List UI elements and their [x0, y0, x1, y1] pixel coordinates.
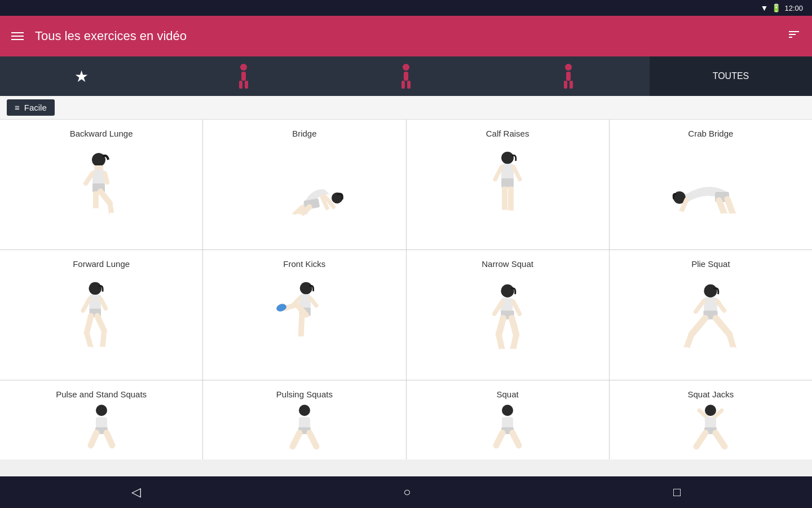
svg-point-0	[240, 64, 247, 71]
svg-point-4	[403, 64, 409, 71]
svg-rect-1	[241, 72, 246, 81]
svg-line-22	[105, 173, 107, 182]
tab-category-2[interactable]	[325, 56, 487, 96]
svg-point-106	[705, 405, 716, 416]
svg-rect-63	[298, 336, 305, 341]
svg-point-80	[704, 284, 717, 297]
status-time: 12:00	[784, 4, 803, 12]
svg-rect-35	[508, 186, 514, 211]
svg-point-28	[293, 214, 303, 220]
svg-line-99	[293, 433, 299, 446]
exercise-grid-wrapper: Backward Lunge	[0, 120, 812, 476]
exercise-figure	[210, 404, 399, 450]
exercise-figure	[616, 273, 805, 371]
exercise-name: Forward Lunge	[73, 259, 130, 269]
app-bar: Tous les exercices en vidéo	[0, 16, 812, 56]
battery-icon: 🔋	[771, 3, 781, 12]
status-bar: ▼ 🔋 12:00	[0, 0, 812, 16]
svg-point-56	[96, 347, 109, 353]
tab-all-label: TOUTES	[713, 71, 749, 81]
svg-line-39	[514, 167, 520, 179]
exercise-card-squat-jacks[interactable]: Squat Jacks	[610, 380, 812, 459]
exercise-card-squat[interactable]: Squat	[407, 380, 609, 459]
svg-line-21	[86, 173, 92, 183]
exercise-card-backward-lunge[interactable]: Backward Lunge	[0, 120, 202, 249]
svg-line-89	[696, 300, 704, 311]
svg-line-85	[716, 318, 730, 334]
exercise-figure	[7, 273, 196, 371]
exercise-figure	[616, 404, 805, 450]
exercise-card-narrow-squat[interactable]: Narrow Squat	[407, 250, 609, 380]
exercise-card-crab-bridge[interactable]: Crab Bridge	[610, 120, 812, 249]
svg-line-75	[513, 334, 517, 349]
tab-favorites[interactable]: ★	[0, 56, 162, 96]
svg-line-105	[513, 433, 519, 445]
star-icon: ★	[74, 67, 89, 86]
filter-button[interactable]	[787, 28, 801, 45]
exercise-card-bridge[interactable]: Bridge	[203, 120, 405, 249]
svg-rect-6	[401, 81, 405, 89]
exercise-name: Calf Raises	[486, 129, 529, 138]
exercise-figure	[413, 273, 602, 371]
svg-line-90	[717, 300, 725, 310]
svg-point-91	[96, 405, 107, 416]
app-bar-left: Tous les exercices en vidéo	[11, 29, 187, 43]
exercise-card-calf-raises[interactable]: Calf Raises	[407, 120, 609, 249]
exercise-name: Plie Squat	[691, 259, 730, 269]
svg-line-57	[83, 299, 89, 310]
svg-rect-5	[404, 72, 408, 81]
facile-label: Facile	[24, 103, 47, 112]
tab-category-1[interactable]	[162, 56, 325, 96]
home-button[interactable]: ○	[403, 485, 411, 500]
facile-badge[interactable]: ≡ Facile	[7, 99, 55, 116]
svg-point-45	[727, 213, 739, 219]
svg-line-58	[101, 299, 105, 308]
exercise-figure	[413, 143, 602, 240]
recents-button[interactable]: □	[673, 485, 681, 500]
svg-point-69	[501, 284, 514, 297]
svg-rect-17	[92, 208, 99, 214]
svg-point-31	[501, 151, 514, 164]
svg-line-55	[103, 331, 104, 348]
bottom-nav: ◁ ○ □	[0, 476, 812, 508]
svg-line-62	[301, 314, 302, 336]
back-button[interactable]: ◁	[131, 485, 141, 500]
exercise-card-forward-lunge[interactable]: Forward Lunge	[0, 250, 202, 380]
svg-line-68	[311, 298, 316, 305]
svg-point-53	[83, 347, 96, 353]
svg-point-48	[89, 282, 102, 295]
list-icon: ≡	[15, 103, 20, 112]
svg-line-42	[719, 200, 725, 214]
menu-button[interactable]	[11, 32, 24, 40]
svg-point-59	[300, 282, 312, 294]
svg-line-104	[496, 433, 502, 445]
exercise-figure	[7, 143, 196, 240]
svg-rect-37	[507, 210, 514, 214]
svg-rect-36	[501, 209, 508, 214]
svg-rect-49	[89, 295, 101, 310]
exercise-name: Crab Bridge	[688, 129, 733, 138]
svg-line-95	[107, 433, 112, 445]
svg-line-38	[495, 167, 501, 179]
svg-line-43	[727, 199, 733, 214]
svg-line-52	[86, 332, 91, 347]
exercise-card-plie-squat[interactable]: Plie Squat	[610, 250, 812, 380]
exercise-card-front-kicks[interactable]: Front Kicks	[203, 250, 405, 380]
tab-category-3[interactable]	[487, 56, 650, 96]
svg-rect-9	[566, 72, 571, 81]
svg-line-83	[692, 318, 705, 334]
exercise-card-pulse-stand-squats[interactable]: Pulse and Stand Squats	[0, 380, 202, 459]
svg-line-94	[91, 433, 96, 445]
person-icon-2	[397, 63, 415, 90]
exercise-figure	[210, 273, 399, 371]
exercise-name: Squat Jacks	[688, 389, 734, 399]
svg-point-47	[675, 211, 684, 217]
svg-rect-11	[570, 81, 573, 89]
svg-rect-7	[407, 81, 411, 89]
exercise-card-pulsing-squats[interactable]: Pulsing Squats	[203, 380, 405, 459]
tab-all[interactable]: TOUTES	[650, 56, 812, 96]
svg-line-111	[696, 433, 705, 446]
svg-rect-2	[239, 81, 242, 89]
exercise-name: Pulsing Squats	[276, 389, 333, 399]
svg-line-73	[499, 334, 502, 349]
